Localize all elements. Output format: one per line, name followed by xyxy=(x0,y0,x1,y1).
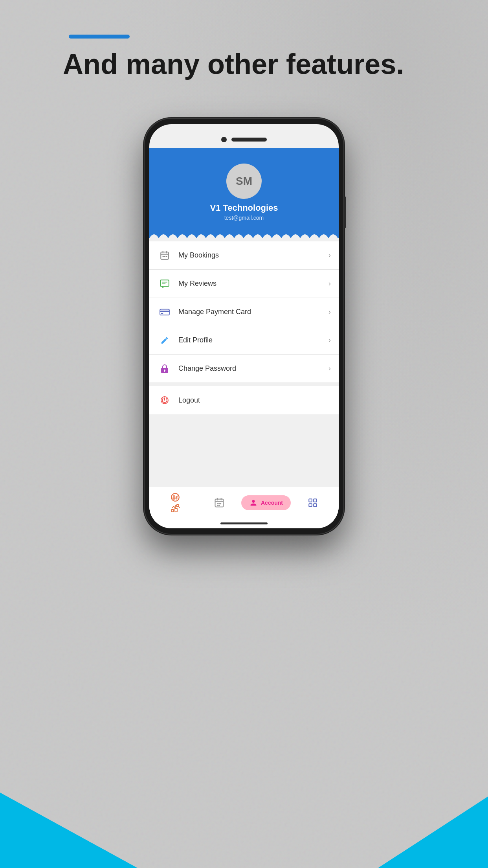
accent-bar xyxy=(69,35,130,39)
profile-header: SM V1 Technologies test@gmail.com xyxy=(149,148,339,227)
edit-profile-chevron: › xyxy=(328,336,331,344)
bookings-label: My Bookings xyxy=(178,251,328,259)
svg-rect-35 xyxy=(309,504,312,507)
edit-profile-label: Edit Profile xyxy=(178,336,328,344)
grid-nav-icon xyxy=(308,498,318,508)
menu-item-logout[interactable]: Logout xyxy=(149,386,339,414)
change-password-chevron: › xyxy=(328,364,331,373)
services-nav-icon xyxy=(170,502,181,513)
bookings-nav-icon xyxy=(214,497,225,508)
nav-item-services[interactable] xyxy=(153,487,197,518)
blue-decoration-left xyxy=(0,742,138,868)
reviews-label: My Reviews xyxy=(178,280,328,288)
svg-point-32 xyxy=(218,505,220,506)
phone-screen: SM V1 Technologies test@gmail.com xyxy=(149,124,339,528)
edit-profile-icon xyxy=(157,333,172,348)
front-camera xyxy=(221,137,227,142)
svg-rect-5 xyxy=(164,256,165,257)
svg-rect-0 xyxy=(161,252,169,259)
payment-icon xyxy=(157,305,172,320)
svg-point-30 xyxy=(220,503,222,504)
phone-mockup: SM V1 Technologies test@gmail.com xyxy=(144,118,344,535)
svg-rect-21 xyxy=(175,508,177,512)
phone-notch xyxy=(209,135,279,144)
svg-rect-7 xyxy=(160,280,169,286)
services-icon xyxy=(170,492,180,502)
svg-line-23 xyxy=(178,506,180,508)
svg-rect-18 xyxy=(173,495,175,499)
svg-rect-34 xyxy=(314,499,317,502)
bookings-chevron: › xyxy=(328,251,331,259)
reviews-chevron: › xyxy=(328,280,331,288)
svg-point-29 xyxy=(218,503,220,504)
svg-rect-20 xyxy=(171,509,174,512)
payment-label: Manage Payment Card xyxy=(178,308,328,316)
svg-point-31 xyxy=(217,505,219,506)
svg-rect-19 xyxy=(176,496,177,499)
payment-chevron: › xyxy=(328,308,331,316)
account-nav-icon xyxy=(249,498,258,507)
profile-email: test@gmail.com xyxy=(224,215,264,221)
page-title: And many other features. xyxy=(0,47,488,81)
menu-item-bookings[interactable]: My Bookings › xyxy=(149,241,339,270)
avatar: SM xyxy=(226,164,262,199)
svg-rect-4 xyxy=(163,256,164,257)
account-nav-active: Account xyxy=(241,495,291,510)
menu-item-change-password[interactable]: Change Password › xyxy=(149,355,339,383)
svg-rect-11 xyxy=(160,311,169,312)
phone-shell: SM V1 Technologies test@gmail.com xyxy=(144,118,344,535)
logout-label: Logout xyxy=(178,396,331,405)
reviews-icon xyxy=(157,276,172,291)
screen-content: SM V1 Technologies test@gmail.com xyxy=(149,148,339,528)
svg-rect-6 xyxy=(166,256,167,257)
bookings-icon xyxy=(157,248,172,263)
scallop-decoration xyxy=(149,227,339,238)
svg-rect-12 xyxy=(161,313,163,314)
account-nav-label: Account xyxy=(261,500,283,506)
change-password-icon xyxy=(157,361,172,376)
change-password-label: Change Password xyxy=(178,364,328,373)
profile-name: V1 Technologies xyxy=(210,203,278,213)
nav-item-account[interactable]: Account xyxy=(241,487,291,518)
svg-rect-33 xyxy=(309,499,312,502)
svg-rect-15 xyxy=(164,371,165,372)
nav-item-more[interactable] xyxy=(291,487,335,518)
menu-list: My Bookings › My R xyxy=(149,238,339,487)
nav-item-bookings-nav[interactable] xyxy=(197,487,241,518)
power-button xyxy=(344,197,346,228)
menu-item-payment[interactable]: Manage Payment Card › xyxy=(149,298,339,326)
svg-point-28 xyxy=(217,503,219,504)
speaker-grille xyxy=(231,138,267,142)
menu-item-reviews[interactable]: My Reviews › xyxy=(149,270,339,298)
home-indicator xyxy=(220,522,268,524)
svg-rect-36 xyxy=(314,504,317,507)
logout-icon xyxy=(157,393,172,408)
bottom-navigation: Account xyxy=(149,487,339,518)
blue-decoration-right xyxy=(378,766,488,868)
menu-item-edit-profile[interactable]: Edit Profile › xyxy=(149,326,339,355)
